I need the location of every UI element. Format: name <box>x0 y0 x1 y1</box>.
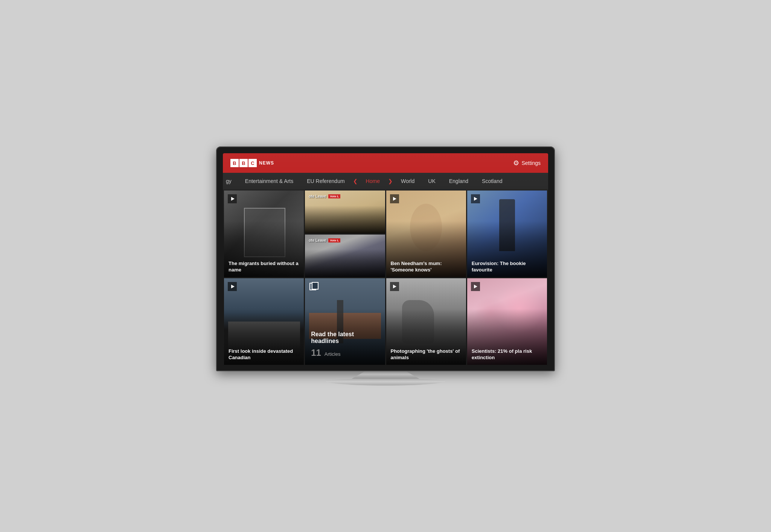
articles-label: Articles <box>325 351 341 357</box>
play-triangle <box>231 197 235 201</box>
card-eu-bottom-overlay <box>305 249 385 277</box>
vote-l-badge-bottom: Vote L <box>328 238 340 242</box>
card-canada[interactable]: First look inside devastated Canadian <box>224 278 304 365</box>
vote-leave-text-top: ote Leave <box>309 194 326 198</box>
nav-arrow-right[interactable]: ❯ <box>387 178 394 184</box>
tv-stand <box>325 371 446 386</box>
tv-screen: B B C NEWS ⚙ Settings gy Entertainment <box>223 153 548 366</box>
card-canada-title: First look inside devastated Canadian <box>229 348 299 361</box>
bbc-logo: B B C NEWS <box>230 159 274 167</box>
bbc-box-c: C <box>248 159 257 167</box>
nav-item-partial[interactable]: gy <box>223 173 238 189</box>
play-icon-ghosts <box>390 282 399 291</box>
play-triangle-bn <box>393 197 396 201</box>
play-icon-migrants <box>228 194 237 203</box>
nav-item-england[interactable]: England <box>442 173 475 189</box>
bbc-box-b2: B <box>239 159 248 167</box>
play-icon-canada <box>228 282 237 291</box>
vote-l-badge-top: Vote L <box>328 194 340 198</box>
bbc-boxes: B B C <box>230 159 257 167</box>
card-plants[interactable]: Scientists: 21% of pla risk extinction <box>467 278 547 365</box>
bbc-news-label: NEWS <box>259 160 274 166</box>
card-ghosts[interactable]: Photographing 'the ghosts' of animals <box>386 278 466 365</box>
card-eu-top-overlay <box>305 206 385 233</box>
headlines-content: Read the latest headlines 11 Articles <box>311 331 379 358</box>
card-ghosts-title: Photographing 'the ghosts' of animals <box>391 348 462 361</box>
headlines-count-row: 11 Articles <box>311 348 379 358</box>
card-headlines[interactable]: Read the latest headlines 11 Articles <box>305 278 385 365</box>
play-triangle-pl <box>474 285 477 288</box>
card-eu-top[interactable]: ote Leave Vote L <box>305 191 385 233</box>
card-migrants-text: The migrants buried without a name <box>229 261 299 273</box>
vote-leave-text-bottom: ote Leave <box>309 238 326 242</box>
card-canada-text: First look inside devastated Canadian <box>229 348 299 361</box>
vote-leave-bottom: ote Leave Vote L <box>309 238 340 242</box>
headlines-title: Read the latest headlines <box>311 331 379 345</box>
nav-item-scotland[interactable]: Scotland <box>475 173 509 189</box>
tv-neck <box>352 371 419 379</box>
play-icon-plants <box>471 282 480 291</box>
header: B B C NEWS ⚙ Settings <box>223 153 548 173</box>
gear-icon: ⚙ <box>513 159 519 167</box>
card-eurovision[interactable]: Eurovision: The bookie favourite <box>467 191 547 277</box>
nav-bar: gy Entertainment & Arts EU Referendum ❮ … <box>223 173 548 189</box>
headlines-copy-icon <box>309 283 316 290</box>
card-ben-needham-title: Ben Needham's mum: 'Someone knows' <box>391 261 462 273</box>
card-ghosts-text: Photographing 'the ghosts' of animals <box>391 348 462 361</box>
play-icon-ben-needham <box>390 194 399 203</box>
tv-screen-container: B B C NEWS ⚙ Settings gy Entertainment <box>216 146 555 371</box>
nav-item-entertainment[interactable]: Entertainment & Arts <box>238 173 300 189</box>
nav-item-eu[interactable]: EU Referendum <box>300 173 351 189</box>
card-migrants-title: The migrants buried without a name <box>229 261 299 273</box>
play-triangle-gh <box>393 285 396 288</box>
card-migrants[interactable]: The migrants buried without a name <box>224 191 304 277</box>
settings-label: Settings <box>521 160 541 166</box>
content-grid: The migrants buried without a name ote L… <box>223 189 548 366</box>
nav-item-world[interactable]: World <box>394 173 421 189</box>
card-plants-text: Scientists: 21% of pla risk extinction <box>472 348 542 361</box>
articles-number: 11 <box>311 348 321 358</box>
nav-item-home[interactable]: Home <box>359 173 387 189</box>
card-eurovision-title: Eurovision: The bookie favourite <box>472 261 542 273</box>
card-ben-needham-text: Ben Needham's mum: 'Someone knows' <box>391 261 462 273</box>
card-ben-needham[interactable]: Ben Needham's mum: 'Someone knows' <box>386 191 466 277</box>
nav-arrow-left[interactable]: ❮ <box>352 178 359 184</box>
nav-item-uk[interactable]: UK <box>421 173 442 189</box>
settings-button[interactable]: ⚙ Settings <box>513 159 541 167</box>
vote-leave-top: ote Leave Vote L <box>309 194 340 198</box>
card-eu-bottom[interactable]: ote Leave Vote L <box>305 235 385 277</box>
card-eu-container: ote Leave Vote L ote Leave Vote L <box>305 191 385 277</box>
play-icon-eurovision <box>471 194 480 203</box>
bbc-box-b1: B <box>230 159 239 167</box>
card-plants-title: Scientists: 21% of pla risk extinction <box>472 348 542 361</box>
tv-wrapper: B B C NEWS ⚙ Settings gy Entertainment <box>216 146 555 386</box>
play-triangle-ca <box>231 285 235 288</box>
play-triangle-ev <box>474 197 477 201</box>
card-eurovision-text: Eurovision: The bookie favourite <box>472 261 542 273</box>
tv-base <box>325 379 446 386</box>
